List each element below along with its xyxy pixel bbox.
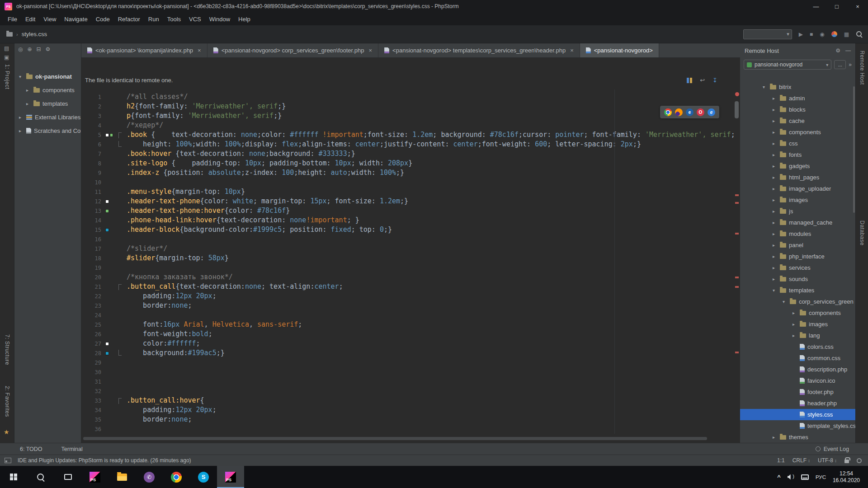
line-number[interactable]: 30 (81, 369, 101, 375)
firefox-browser-icon[interactable] (675, 108, 683, 116)
line-number[interactable]: 3 (81, 113, 101, 119)
code-line-21[interactable]: 21.button_call{text-decoration:none; tex… (81, 282, 734, 291)
line-number[interactable]: 33 (81, 398, 101, 404)
line-number[interactable]: 20 (81, 274, 101, 281)
tree-item-modules[interactable]: ▸modules (740, 228, 855, 239)
code-line-2[interactable]: 2h2{font-family: 'Merriweather', serif;} (81, 102, 734, 111)
tool-window-icon[interactable]: ▤ (4, 45, 9, 52)
event-log-button[interactable]: Event Log (816, 446, 849, 452)
tree-item-components[interactable]: ▸components (14, 83, 81, 97)
code-line-32[interactable]: 32 (81, 386, 734, 396)
code-line-29[interactable]: 29 (81, 358, 734, 367)
tree-item-blocks[interactable]: ▸blocks (740, 104, 855, 115)
tree-item-colors.css[interactable]: colors.css (740, 341, 855, 352)
code-line-17[interactable]: 17/*slider*/ (81, 244, 734, 253)
tree-item-php_interface[interactable]: ▸php_interface (740, 251, 855, 262)
code-line-6[interactable]: 6 height: 100%;width: 100%;display: flex… (81, 140, 734, 149)
fold-marker[interactable] (113, 140, 127, 149)
code-line-25[interactable]: 25 font:16px Arial, Helvetica, sans-seri… (81, 320, 734, 329)
taskbar-chrome-button[interactable] (163, 466, 190, 488)
menu-file[interactable]: File (4, 14, 21, 24)
line-number[interactable]: 6 (81, 141, 101, 148)
tree-item-favicon.ico[interactable]: favicon.ico (740, 375, 855, 386)
code-line-13[interactable]: 13.header-text-phone:hover{color: #78c16… (81, 206, 734, 216)
tree-item-css[interactable]: ▸css (740, 138, 855, 149)
line-number[interactable]: 15 (81, 227, 101, 233)
tree-closed-arrow-icon[interactable]: ▸ (773, 96, 780, 101)
color-swatch[interactable] (105, 133, 109, 137)
menu-window[interactable]: Window (205, 14, 234, 24)
close-button[interactable]: × (847, 0, 868, 13)
code-line-24[interactable]: 24 (81, 310, 734, 320)
line-number[interactable]: 17 (81, 246, 101, 252)
volume-icon[interactable] (788, 474, 794, 480)
code-line-35[interactable]: 35 border:none; (81, 415, 734, 424)
line-number[interactable]: 4 (81, 122, 101, 129)
tree-open-arrow-icon[interactable]: ▾ (19, 74, 26, 79)
tree-closed-arrow-icon[interactable]: ▸ (773, 435, 780, 440)
edge-browser-icon[interactable]: e (686, 108, 693, 116)
tree-item-managed_cache[interactable]: ▸managed_cache (740, 217, 855, 228)
taskbar-phpstorm-active-button[interactable]: PS (217, 466, 244, 488)
taskbar-search-button[interactable] (27, 466, 54, 488)
line-number[interactable]: 34 (81, 407, 101, 413)
tree-closed-arrow-icon[interactable]: ▸ (773, 254, 780, 259)
tree-open-arrow-icon[interactable]: ▾ (763, 84, 770, 89)
line-ending-selector[interactable]: CRLF↕ (793, 457, 810, 464)
browse-button[interactable]: ... (834, 60, 846, 69)
line-number[interactable]: 32 (81, 388, 101, 394)
tool-window-icon[interactable]: ▣ (4, 54, 9, 61)
taskbar-viber-button[interactable]: ✆ (136, 466, 163, 488)
taskbar-explorer-button[interactable] (108, 466, 136, 488)
tree-closed-arrow-icon[interactable]: ▸ (793, 322, 800, 327)
fold-marker[interactable] (113, 348, 127, 358)
code-line-3[interactable]: 3p{font-family: 'Merriweather', serif;} (81, 111, 734, 121)
tree-closed-arrow-icon[interactable]: ▸ (773, 164, 780, 169)
editor-tab[interactable]: <pansionat-novgorod> templates\corp_serv… (378, 43, 580, 57)
tree-item-Scratches and Consoles[interactable]: ▸Scratches and Consoles (14, 124, 81, 137)
tree-closed-arrow-icon[interactable]: ▸ (793, 310, 800, 315)
error-indicator-icon[interactable] (735, 92, 739, 96)
line-number[interactable]: 16 (81, 236, 101, 243)
line-number[interactable]: 35 (81, 417, 101, 423)
fold-marker[interactable] (113, 396, 127, 405)
line-number[interactable]: 14 (81, 217, 101, 224)
taskbar-phpstorm-button[interactable]: PS (81, 466, 108, 488)
code-line-16[interactable]: 16 (81, 235, 734, 244)
gear-icon[interactable]: ⚙ (835, 47, 840, 54)
tree-closed-arrow-icon[interactable]: ▸ (773, 209, 780, 214)
error-stripe-mark[interactable] (735, 233, 739, 235)
breadcrumb-file[interactable]: styles.css (22, 31, 47, 38)
keyboard-language[interactable]: РУС (816, 474, 826, 480)
code-line-34[interactable]: 34 padding:12px 20px; (81, 405, 734, 415)
menu-view[interactable]: View (39, 14, 60, 24)
tree-item-sounds[interactable]: ▸sounds (740, 273, 855, 285)
error-stripe-mark[interactable] (735, 286, 739, 288)
tree-closed-arrow-icon[interactable]: ▸ (773, 231, 780, 236)
code-line-20[interactable]: 20/*кнопка заказать звонок*/ (81, 272, 734, 282)
task-view-button[interactable] (54, 466, 81, 488)
tab-close-icon[interactable]: × (570, 47, 574, 54)
code-line-27[interactable]: 27 color:#ffffff; (81, 339, 734, 348)
code-line-12[interactable]: 12.header-text-phone{color: white; margi… (81, 197, 734, 206)
tree-item-corp_services_green[interactable]: ▾corp_services_green (740, 296, 855, 307)
grid-icon[interactable]: ▦ (844, 31, 849, 38)
remote-scrollbar[interactable] (853, 86, 855, 213)
tree-closed-arrow-icon[interactable]: ▸ (26, 101, 33, 106)
color-swatch[interactable] (110, 133, 113, 137)
tree-closed-arrow-icon[interactable]: ▸ (773, 107, 780, 112)
code-line-1[interactable]: 1/*all classes*/ (81, 92, 734, 102)
line-number[interactable]: 36 (81, 426, 101, 432)
tool-button-structure[interactable]: 7: Structure (4, 334, 10, 365)
tree-item-services[interactable]: ▸services (740, 262, 855, 273)
tool-window-switcher-icon[interactable] (5, 458, 11, 463)
tree-item-admin[interactable]: ▸admin (740, 93, 855, 104)
tree-closed-arrow-icon[interactable]: ▸ (19, 115, 26, 120)
fold-marker[interactable] (113, 282, 127, 291)
code-line-26[interactable]: 26 font-weight:bold; (81, 329, 734, 339)
code-line-14[interactable]: 14.phone-head-link:hover{text-decoration… (81, 216, 734, 225)
line-number[interactable]: 12 (81, 198, 101, 205)
line-number[interactable]: 9 (81, 170, 101, 176)
code-line-30[interactable]: 30 (81, 367, 734, 377)
code-line-15[interactable]: 15.header-block{background-color:#1999c5… (81, 225, 734, 235)
